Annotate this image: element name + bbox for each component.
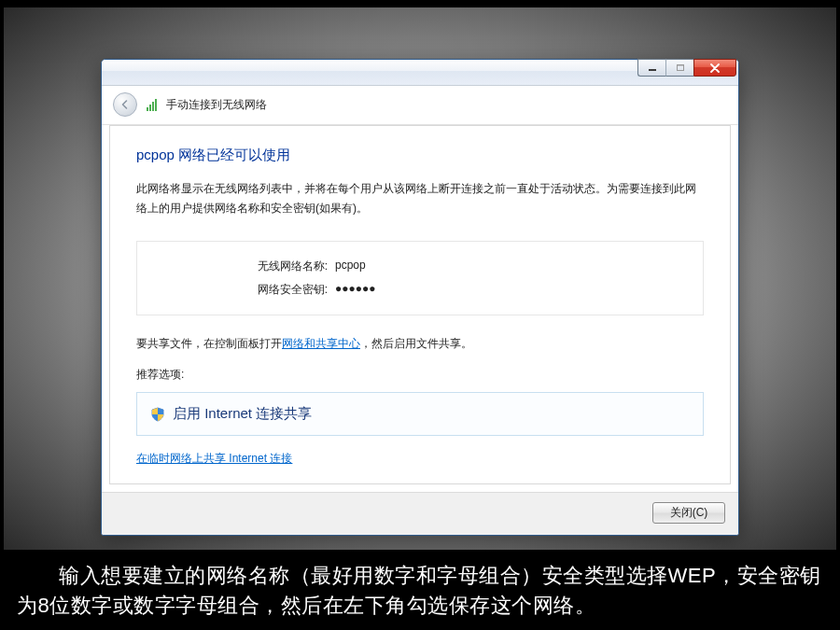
dialog-window: 手动连接到无线网络 pcpop 网络已经可以使用 此网络将显示在无线网络列表中，… <box>101 59 739 536</box>
slide-caption: 输入想要建立的网络名称（最好用数字和字母组合）安全类型选择WEP，安全密钥为8位… <box>0 553 840 630</box>
network-key-label: 网络安全密钥: <box>156 282 335 298</box>
recommend-label: 推荐选项: <box>136 367 704 383</box>
share-suffix: ，然后启用文件共享。 <box>360 337 472 350</box>
header: 手动连接到无线网络 <box>102 86 738 125</box>
svg-rect-2 <box>677 64 684 66</box>
info-row-name: 无线网络名称: pcpop <box>156 255 684 278</box>
footer: 关闭(C) <box>102 492 738 535</box>
svg-rect-0 <box>649 69 656 71</box>
window-controls <box>637 59 736 77</box>
option-text: 启用 Internet 连接共享 <box>173 405 312 423</box>
description-text: 此网络将显示在无线网络列表中，并将在每个用户从该网络上断开连接之前一直处于活动状… <box>136 179 704 218</box>
share-instruction: 要共享文件，在控制面板打开网络和共享中心，然后启用文件共享。 <box>136 336 704 352</box>
share-temp-network-link[interactable]: 在临时网络上共享 Internet 连接 <box>136 451 292 467</box>
maximize-button[interactable] <box>665 59 693 77</box>
network-name-value: pcpop <box>335 259 366 274</box>
back-button[interactable] <box>113 92 137 117</box>
success-title: pcpop 网络已经可以使用 <box>136 147 704 164</box>
network-info-box: 无线网络名称: pcpop 网络安全密钥: ●●●●●● <box>136 241 704 315</box>
info-row-key: 网络安全密钥: ●●●●●● <box>156 278 684 301</box>
titlebar <box>102 60 738 86</box>
close-dialog-button[interactable]: 关闭(C) <box>652 502 725 524</box>
shield-icon <box>150 407 165 422</box>
minimize-button[interactable] <box>637 59 665 77</box>
share-prefix: 要共享文件，在控制面板打开 <box>136 337 282 350</box>
network-name-label: 无线网络名称: <box>156 259 335 274</box>
background-gradient: 手动连接到无线网络 pcpop 网络已经可以使用 此网络将显示在无线网络列表中，… <box>0 0 840 553</box>
wifi-signal-icon <box>147 98 157 111</box>
network-key-value: ●●●●●● <box>335 282 376 298</box>
close-button[interactable] <box>693 59 736 77</box>
header-title: 手动连接到无线网络 <box>166 97 267 113</box>
content-panel: pcpop 网络已经可以使用 此网络将显示在无线网络列表中，并将在每个用户从该网… <box>109 125 731 484</box>
outer-frame: 手动连接到无线网络 pcpop 网络已经可以使用 此网络将显示在无线网络列表中，… <box>0 0 840 630</box>
enable-ics-option[interactable]: 启用 Internet 连接共享 <box>136 392 704 436</box>
network-sharing-center-link[interactable]: 网络和共享中心 <box>282 337 360 350</box>
